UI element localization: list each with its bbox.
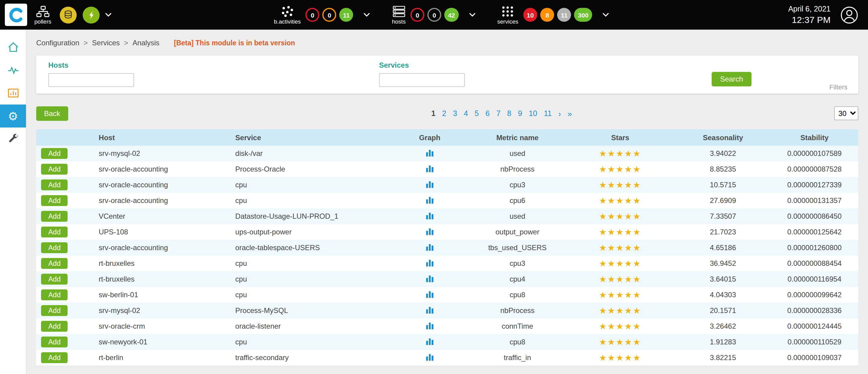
analysis-table: Host Service Graph Metric name Stars Sea…: [36, 129, 858, 366]
graph-icon[interactable]: [426, 243, 434, 251]
pollers-chevron-down-icon[interactable]: [105, 13, 112, 17]
add-button[interactable]: Add: [41, 164, 68, 175]
pollers-menu[interactable]: pollers: [34, 5, 51, 25]
column-header-seasonality: Seasonality: [676, 129, 771, 146]
table-row: Add srv-oracle-accounting cpu cpu3 ★★★★★…: [36, 177, 858, 193]
add-button[interactable]: Add: [41, 289, 68, 300]
status-badge[interactable]: 0: [427, 8, 441, 22]
sidebar-item-configuration[interactable]: ⚙: [0, 105, 26, 127]
services-filter-input[interactable]: [379, 73, 465, 87]
status-badge[interactable]: 0: [306, 8, 320, 22]
sidebar-item-home[interactable]: [0, 36, 26, 59]
breadcrumb-configuration[interactable]: Configuration: [36, 39, 80, 47]
services-chevron-down-icon[interactable]: [602, 13, 609, 17]
add-button[interactable]: Add: [41, 227, 68, 237]
home-icon: [7, 41, 19, 53]
status-badge[interactable]: 300: [574, 8, 592, 22]
last-page-icon[interactable]: »: [566, 109, 573, 118]
page-link[interactable]: 5: [473, 109, 480, 118]
breadcrumb-analysis[interactable]: Analysis: [132, 39, 159, 47]
page-link-current[interactable]: 1: [430, 109, 437, 118]
graph-icon[interactable]: [426, 321, 434, 329]
stars-rating: ★★★★★: [599, 180, 642, 190]
back-button[interactable]: Back: [36, 106, 68, 121]
hosts-filter-label: Hosts: [48, 61, 379, 69]
add-button[interactable]: Add: [41, 274, 68, 285]
add-button[interactable]: Add: [41, 195, 68, 206]
stability-cell: 0.000000127339: [771, 177, 858, 193]
status-badge[interactable]: 11: [340, 8, 353, 22]
business-activities-menu[interactable]: b.activities 0011: [274, 5, 370, 25]
host-cell: rt-bruxelles: [94, 271, 230, 287]
metric-name-cell: cpu6: [470, 193, 565, 208]
status-badge[interactable]: 0: [322, 8, 337, 22]
page-size-select[interactable]: 30: [834, 106, 858, 120]
add-button[interactable]: Add: [41, 148, 68, 159]
graph-icon[interactable]: [426, 353, 434, 361]
poller-database-status-icon[interactable]: [60, 6, 77, 23]
graph-icon[interactable]: [426, 274, 434, 282]
add-button[interactable]: Add: [41, 242, 68, 253]
hosts-chevron-down-icon[interactable]: [469, 13, 476, 17]
centreon-logo[interactable]: [5, 4, 27, 26]
stability-cell: 0.000000086450: [771, 208, 858, 224]
sidebar-item-administration[interactable]: [0, 127, 26, 150]
add-button[interactable]: Add: [41, 305, 68, 316]
page-link[interactable]: 8: [506, 109, 513, 118]
page-link[interactable]: 7: [495, 109, 502, 118]
sidebar-item-reporting[interactable]: [0, 82, 26, 105]
add-button[interactable]: Add: [41, 179, 68, 190]
service-cell: cpu: [230, 177, 390, 193]
host-cell: srv-oracle-accounting: [94, 193, 230, 208]
hosts-menu[interactable]: hosts 0042: [392, 5, 476, 25]
service-cell: ups-output-power: [230, 224, 390, 240]
add-button[interactable]: Add: [41, 211, 68, 222]
services-filter-label: Services: [379, 61, 465, 69]
hosts-filter-input[interactable]: [48, 73, 134, 87]
graph-icon[interactable]: [426, 149, 434, 156]
graph-icon[interactable]: [426, 290, 434, 298]
status-badge[interactable]: 42: [444, 8, 459, 22]
stability-cell: 0.000000125642: [771, 224, 858, 240]
graph-icon[interactable]: [426, 164, 434, 172]
add-button[interactable]: Add: [41, 321, 68, 332]
page-link[interactable]: 9: [517, 109, 523, 118]
status-badge[interactable]: 11: [557, 8, 571, 22]
pollers-icon: [36, 5, 50, 18]
seasonality-cell: 4.65186: [676, 240, 771, 256]
status-badge[interactable]: 10: [523, 8, 537, 22]
add-button[interactable]: Add: [41, 337, 68, 347]
graph-icon[interactable]: [426, 337, 434, 345]
graph-icon[interactable]: [426, 227, 434, 235]
current-time: 12:37 PM: [788, 14, 831, 26]
page-link[interactable]: 4: [463, 109, 469, 118]
seasonality-cell: 21.7023: [676, 224, 771, 240]
status-badge[interactable]: 8: [540, 8, 554, 22]
poller-latency-status-icon[interactable]: [83, 6, 100, 23]
page-link[interactable]: 10: [528, 109, 538, 118]
add-button[interactable]: Add: [41, 352, 68, 363]
user-menu[interactable]: [840, 6, 858, 24]
sidebar-item-monitoring[interactable]: [0, 59, 26, 82]
seasonality-cell: 3.64015: [676, 271, 771, 287]
filters-toggle[interactable]: Filters: [829, 83, 847, 91]
graph-icon[interactable]: [426, 180, 434, 188]
graph-icon[interactable]: [426, 211, 434, 219]
page-link[interactable]: 2: [441, 109, 447, 118]
filter-panel: Hosts Services Search Filters: [36, 56, 858, 94]
page-link[interactable]: 11: [542, 109, 553, 118]
add-button[interactable]: Add: [41, 258, 68, 269]
graph-icon[interactable]: [426, 196, 434, 204]
stars-rating: ★★★★★: [599, 353, 642, 363]
business-activities-chevron-down-icon[interactable]: [364, 13, 370, 17]
status-badge[interactable]: 0: [410, 8, 424, 22]
page-link[interactable]: 6: [484, 109, 491, 118]
graph-icon[interactable]: [426, 259, 434, 266]
search-button[interactable]: Search: [712, 72, 751, 86]
service-cell: traffic-secondary: [230, 350, 390, 366]
breadcrumb-services[interactable]: Services: [92, 39, 120, 47]
page-link[interactable]: 3: [452, 109, 459, 118]
services-menu[interactable]: services 10811300: [497, 5, 609, 25]
next-page-icon[interactable]: ›: [557, 109, 562, 118]
graph-icon[interactable]: [426, 306, 434, 314]
